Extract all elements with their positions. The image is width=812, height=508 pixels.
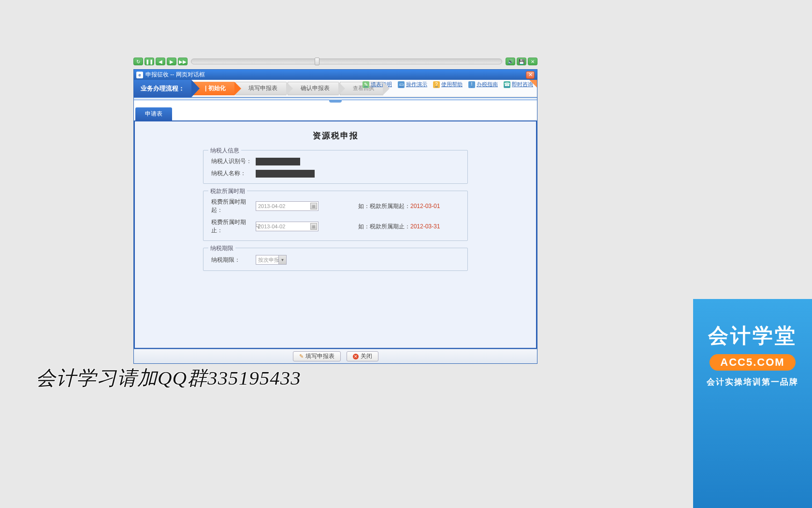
label-period-to: 税费所属时期止： [211, 218, 256, 235]
brand-name: 会计学堂 [698, 322, 807, 349]
fold-corner-icon [529, 80, 537, 88]
legend-period: 税款所属时期 [208, 187, 247, 195]
edit-icon: ✎ [299, 353, 304, 359]
select-deadline[interactable]: 按次申报▼ [256, 255, 287, 265]
reload-icon[interactable]: ↻ [133, 58, 143, 65]
input-period-from[interactable]: 2013-04-02▦ [256, 201, 319, 211]
window-title: 申报征收 -- 网页对话框 [145, 71, 205, 79]
media-player-bar: ↻ ❚❚ ◀ ▶ ▶▶ 🔊 💾 ✕ [133, 57, 537, 66]
exit-icon[interactable]: ✕ [528, 58, 537, 65]
fieldset-deadline: 纳税期限 纳税期限： 按次申报▼ [203, 248, 468, 271]
label-taxpayer-name: 纳税人名称： [211, 169, 256, 178]
calendar-icon[interactable]: ▦ [310, 203, 317, 209]
brand-logo-card: 会计学堂 ACC5.COM 会计实操培训第一品牌 [693, 299, 812, 508]
tab-application[interactable]: 申请表 [135, 107, 172, 120]
chevron-down-icon: ▼ [278, 255, 286, 264]
workflow-step-fill[interactable]: 填写申报表 [235, 82, 287, 95]
input-period-to[interactable]: 2013-04-02▦ [256, 222, 319, 231]
play-icon[interactable]: ▶ [167, 58, 176, 65]
titlebar: e 申报征收 -- 网页对话框 ✕ [134, 70, 537, 80]
value-taxpayer-id [256, 158, 300, 165]
dialog-window: e 申报征收 -- 网页对话框 ✕ 业务办理流程： | 初始化 填写申报表 确认… [133, 69, 537, 364]
next-icon[interactable]: ▶▶ [178, 58, 188, 65]
close-button[interactable]: ✕关闭 [347, 351, 378, 361]
save-icon[interactable]: 💾 [517, 58, 526, 65]
info-icon: ! [468, 81, 475, 88]
workflow-bar: 业务办理流程： | 初始化 填写申报表 确认申报表 查看回执 ✎填表说明 ▭操作… [134, 80, 537, 97]
fill-form-button[interactable]: ✎填写申报表 [293, 351, 341, 361]
legend-taxpayer: 纳税人信息 [208, 147, 241, 155]
fieldset-taxpayer: 纳税人信息 纳税人识别号： 纳税人名称： [203, 150, 468, 184]
promo-text: 会计学习请加QQ群335195433 [36, 365, 301, 391]
link-help[interactable]: ?使用帮助 [433, 81, 463, 88]
content-area: 资源税申报 纳税人信息 纳税人识别号： 纳税人名称： 税款所属时期 税费所属时期… [134, 121, 537, 349]
screen-icon: ▭ [398, 81, 405, 88]
form-title: 资源税申报 [135, 130, 536, 141]
brand-domain: ACC5.COM [710, 354, 795, 371]
brand-tagline: 会计实操培训第一品牌 [698, 376, 807, 388]
prev-icon[interactable]: ◀ [156, 58, 165, 65]
pause-icon[interactable]: ❚❚ [145, 58, 154, 65]
example-period-from: 如：税款所属期起：2012-03-01 [358, 202, 460, 210]
tab-row: 申请表 [134, 105, 537, 121]
legend-deadline: 纳税期限 [208, 244, 235, 253]
workflow-step-confirm[interactable]: 确认申报表 [288, 82, 339, 95]
calendar-icon[interactable]: ▦ [310, 223, 317, 230]
seek-handle[interactable] [315, 58, 319, 65]
label-period-from: 税费所属时期起： [211, 198, 256, 214]
button-bar: ✎填写申报表 ✕关闭 [134, 349, 537, 363]
link-consult[interactable]: ☎即时咨询 [504, 81, 533, 88]
app-icon: e [136, 72, 143, 78]
link-demo[interactable]: ▭操作演示 [398, 81, 427, 88]
link-guide[interactable]: !办税指南 [468, 81, 498, 88]
label-taxpayer-id: 纳税人识别号： [211, 157, 256, 165]
headset-icon: ☎ [504, 81, 510, 88]
fieldset-period: 税款所属时期 税费所属时期起： 2013-04-02▦ 如：税款所属期起：201… [203, 191, 468, 241]
close-icon[interactable]: ✕ [526, 71, 535, 79]
close-circle-icon: ✕ [353, 354, 359, 359]
value-taxpayer-name [256, 170, 315, 178]
doc-icon: ✎ [362, 81, 369, 88]
label-deadline: 纳税期限： [211, 256, 256, 264]
volume-icon[interactable]: 🔊 [506, 58, 515, 65]
question-icon: ? [433, 81, 440, 88]
example-period-to: 如：税款所属期止：2012-03-31 [358, 223, 460, 231]
seek-track[interactable] [191, 59, 502, 64]
workflow-label: 业务办理流程： [134, 80, 191, 97]
